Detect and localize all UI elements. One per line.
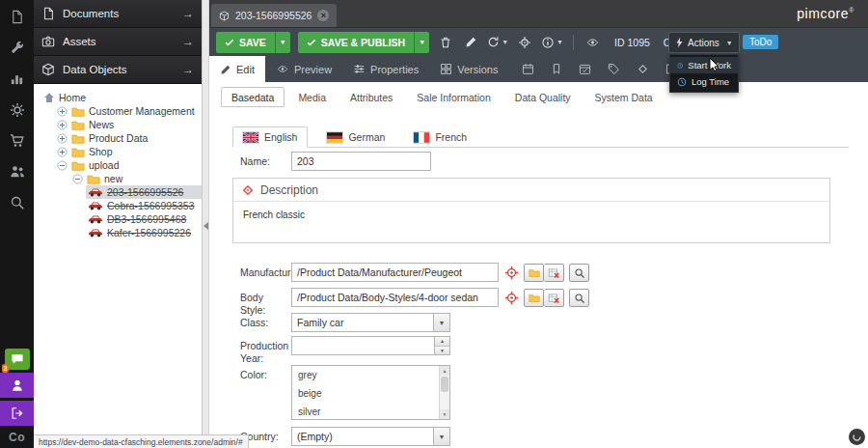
- settings-gear-icon[interactable]: [9, 101, 25, 118]
- session-indicator[interactable]: [849, 429, 865, 445]
- description-header[interactable]: Description: [233, 179, 829, 201]
- events-calendar-icon[interactable]: [579, 63, 591, 75]
- name-input[interactable]: [291, 152, 431, 171]
- description-editor[interactable]: French classic: [233, 201, 829, 242]
- actions-button[interactable]: Actions ▼: [668, 32, 740, 53]
- open-object-tab[interactable]: 203-1566995526 ×: [211, 4, 337, 27]
- expand-plus-icon[interactable]: [57, 133, 68, 144]
- tab-media[interactable]: Media: [287, 87, 337, 107]
- scroll-down-icon[interactable]: ▼: [440, 409, 449, 419]
- tab-system-data[interactable]: System Data: [584, 87, 664, 107]
- tree-item-kafer[interactable]: Kafer-1566995226: [34, 226, 202, 239]
- open-folder-button[interactable]: [524, 264, 544, 282]
- tag-icon[interactable]: [608, 63, 620, 75]
- profile-icon[interactable]: [0, 373, 34, 398]
- expand-plus-icon[interactable]: [57, 147, 68, 157]
- tree-item-home[interactable]: Home: [34, 91, 202, 104]
- collapse-arrow-icon[interactable]: [203, 222, 208, 230]
- schedule-icon[interactable]: [522, 63, 534, 75]
- tree-item-product-data[interactable]: Product Data: [34, 131, 202, 145]
- production-year-input[interactable]: [291, 336, 434, 355]
- tree-item-203[interactable]: 203-1566995526: [34, 185, 202, 199]
- color-option-grey[interactable]: grey: [292, 366, 449, 384]
- logout-icon[interactable]: [0, 401, 34, 426]
- search-reference-button[interactable]: [569, 289, 589, 307]
- todo-badge[interactable]: ToDo: [743, 35, 778, 49]
- field-row-production-year: Production Year: ▲ ▼: [240, 336, 450, 365]
- panel-splitter[interactable]: [203, 0, 209, 448]
- collapse-minus-icon[interactable]: [57, 160, 68, 171]
- spin-down-icon[interactable]: ▼: [435, 346, 449, 355]
- manufacturer-input[interactable]: [291, 263, 499, 282]
- open-preview-eye-icon[interactable]: [583, 34, 601, 51]
- menu-item-start-work[interactable]: Start Work: [670, 57, 738, 73]
- tab-data-quality[interactable]: Data Quality: [504, 87, 582, 107]
- caret-down-icon[interactable]: ▼: [433, 314, 449, 331]
- field-row-country: Country: (Empty) ▼: [240, 427, 450, 446]
- color-option-beige[interactable]: beige: [292, 384, 449, 403]
- ecommerce-cart-icon[interactable]: [9, 132, 25, 149]
- lang-tab-english[interactable]: English: [232, 126, 308, 148]
- save-button[interactable]: SAVE ▼: [216, 32, 290, 53]
- tab-versions[interactable]: Versions: [429, 56, 508, 82]
- scroll-up-icon[interactable]: ▲: [440, 366, 449, 376]
- scrollbar-thumb[interactable]: [441, 377, 448, 392]
- description-title: Description: [260, 183, 318, 197]
- tab-basedata[interactable]: Basedata: [221, 87, 285, 107]
- notes-bookmark-icon[interactable]: [551, 63, 562, 75]
- localized-diamond-icon: [242, 184, 254, 196]
- chat-icon[interactable]: 3: [5, 349, 30, 370]
- tree-item-new[interactable]: new: [34, 172, 202, 185]
- class-select[interactable]: Family car ▼: [291, 313, 450, 332]
- object-editor: Basedata Media Attributes Sale Informati…: [209, 82, 868, 448]
- color-multiselect[interactable]: grey beige silver ▲ ▼: [291, 365, 450, 420]
- menu-item-log-time[interactable]: Log Time: [670, 73, 738, 90]
- color-option-silver[interactable]: silver: [292, 403, 449, 420]
- locate-in-tree-icon[interactable]: [516, 34, 533, 51]
- rename-pencil-icon[interactable]: [462, 34, 479, 51]
- tab-properties[interactable]: Properties: [342, 56, 429, 82]
- tab-edit[interactable]: Edit: [209, 56, 265, 82]
- reports-icon[interactable]: [9, 70, 25, 87]
- accordion-data-objects[interactable]: Data Objects →: [34, 56, 202, 84]
- lang-tab-french[interactable]: French: [404, 127, 476, 147]
- lang-tab-german[interactable]: German: [317, 127, 394, 147]
- reload-icon[interactable]: ▼: [487, 34, 508, 51]
- remove-reference-button[interactable]: [544, 289, 564, 307]
- left-icon-bar: 3 Co: [0, 0, 34, 448]
- tab-preview[interactable]: Preview: [265, 56, 342, 82]
- tools-icon[interactable]: [9, 40, 25, 56]
- workflow-diamond-icon[interactable]: [637, 63, 649, 75]
- spin-up-icon[interactable]: ▲: [435, 337, 449, 346]
- caret-down-icon: ▼: [726, 40, 733, 46]
- save-publish-dropdown-caret[interactable]: ▼: [414, 32, 429, 53]
- accordion-assets[interactable]: Assets →: [34, 28, 202, 56]
- tab-close-icon[interactable]: ×: [317, 10, 329, 21]
- tree-item-cobra[interactable]: Cobra-1566995353: [34, 199, 202, 212]
- expand-plus-icon[interactable]: [57, 120, 68, 130]
- tree-item-news[interactable]: News: [34, 118, 202, 131]
- info-icon[interactable]: ▼: [541, 34, 563, 51]
- remove-reference-button[interactable]: [544, 264, 564, 282]
- tree-item-customer-management[interactable]: Customer Management: [34, 104, 202, 118]
- tree-item-shop[interactable]: Shop: [34, 145, 202, 158]
- open-folder-button[interactable]: [524, 289, 544, 307]
- save-dropdown-caret[interactable]: ▼: [275, 32, 290, 53]
- users-icon[interactable]: [9, 163, 25, 180]
- body-style-input[interactable]: [291, 288, 499, 307]
- country-select[interactable]: (Empty) ▼: [291, 427, 450, 446]
- accordion-documents[interactable]: Documents →: [34, 0, 202, 28]
- listbox-scrollbar[interactable]: ▲ ▼: [439, 366, 449, 419]
- save-publish-button[interactable]: SAVE & PUBLISH ▼: [298, 32, 429, 53]
- documents-menu-icon[interactable]: [9, 9, 25, 25]
- expand-plus-icon[interactable]: [57, 106, 68, 117]
- search-reference-button[interactable]: [569, 264, 589, 282]
- tab-sale-information[interactable]: Sale Information: [406, 87, 501, 107]
- tab-attributes[interactable]: Attributes: [339, 87, 403, 107]
- delete-icon[interactable]: [437, 34, 454, 51]
- tree-item-db3[interactable]: DB3-1566995468: [34, 212, 202, 226]
- caret-down-icon[interactable]: ▼: [433, 428, 449, 445]
- tree-item-upload[interactable]: upload: [34, 158, 202, 172]
- collapse-minus-icon[interactable]: [72, 174, 83, 184]
- search-icon[interactable]: [9, 194, 25, 210]
